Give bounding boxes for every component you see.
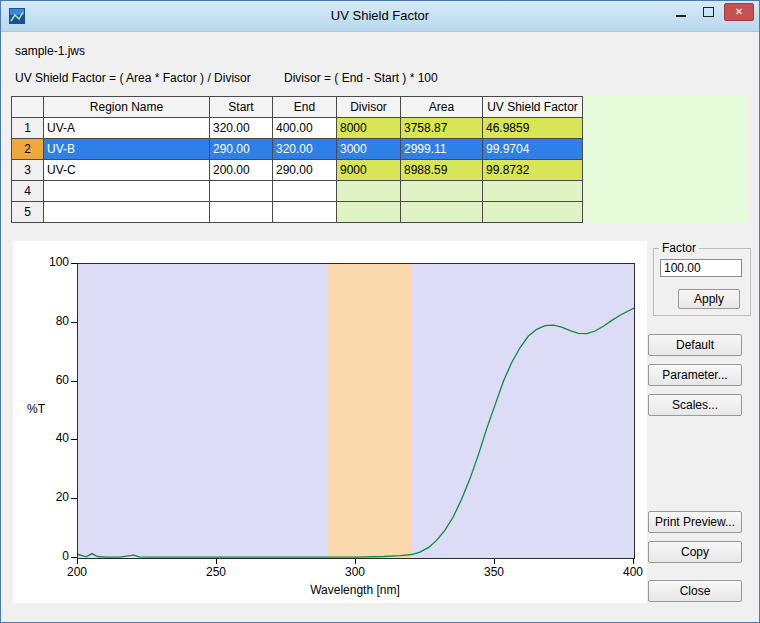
x-tick-label: 200 bbox=[60, 565, 94, 579]
print-preview-button[interactable]: Print Preview... bbox=[648, 511, 742, 533]
y-tick-mark bbox=[71, 263, 77, 264]
cell-divisor[interactable] bbox=[337, 202, 401, 223]
table-row: 3UV-C200.00290.0090008988.5999.8732 bbox=[12, 160, 583, 181]
cell-divisor[interactable]: 3000 bbox=[337, 139, 401, 160]
plot-area bbox=[77, 263, 635, 559]
column-header[interactable]: Region Name bbox=[44, 97, 210, 118]
column-header[interactable]: Area bbox=[401, 97, 483, 118]
cell-factor[interactable]: 46.9859 bbox=[483, 118, 583, 139]
minimize-button[interactable] bbox=[668, 3, 693, 21]
cell-start[interactable] bbox=[210, 181, 273, 202]
cell-end[interactable] bbox=[273, 202, 337, 223]
cell-region[interactable] bbox=[44, 202, 210, 223]
cell-area[interactable] bbox=[401, 181, 483, 202]
x-tick-label: 400 bbox=[616, 565, 650, 579]
x-tick-mark bbox=[355, 559, 356, 564]
cell-factor[interactable]: 99.8732 bbox=[483, 160, 583, 181]
x-tick-mark bbox=[216, 559, 217, 564]
close-dialog-button[interactable]: Close bbox=[648, 580, 742, 602]
cell-region[interactable]: UV-A bbox=[44, 118, 210, 139]
column-header[interactable]: End bbox=[273, 97, 337, 118]
y-tick-label: 80 bbox=[37, 314, 69, 328]
x-tick-mark bbox=[77, 559, 78, 564]
maximize-button[interactable] bbox=[696, 3, 721, 21]
x-tick-mark bbox=[494, 559, 495, 564]
y-tick-mark bbox=[71, 439, 77, 440]
y-tick-mark bbox=[71, 381, 77, 382]
cell-factor[interactable]: 99.9704 bbox=[483, 139, 583, 160]
y-tick-label: 60 bbox=[37, 373, 69, 387]
y-tick-label: 0 bbox=[37, 549, 69, 563]
x-axis-label: Wavelength [nm] bbox=[77, 583, 633, 597]
cell-start[interactable] bbox=[210, 202, 273, 223]
x-tick-label: 350 bbox=[477, 565, 511, 579]
factor-group-label: Factor bbox=[659, 241, 699, 255]
row-header[interactable]: 2 bbox=[12, 139, 44, 160]
default-button[interactable]: Default bbox=[648, 334, 742, 356]
cell-divisor[interactable] bbox=[337, 181, 401, 202]
column-header[interactable]: Divisor bbox=[337, 97, 401, 118]
scales-button[interactable]: Scales... bbox=[648, 394, 742, 416]
x-tick-label: 300 bbox=[338, 565, 372, 579]
cell-end[interactable]: 320.00 bbox=[273, 139, 337, 160]
cell-area[interactable] bbox=[401, 202, 483, 223]
y-axis-label: %T bbox=[27, 402, 45, 416]
region-table: Region NameStartEndDivisorAreaUV Shield … bbox=[11, 96, 583, 223]
cell-end[interactable] bbox=[273, 181, 337, 202]
spectrum-chart-panel: %T Wavelength [nm] 020406080100200250300… bbox=[13, 241, 647, 603]
column-header[interactable]: Start bbox=[210, 97, 273, 118]
factor-groupbox: Factor Apply bbox=[653, 248, 751, 316]
y-tick-mark bbox=[71, 498, 77, 499]
y-tick-label: 100 bbox=[37, 255, 69, 269]
y-tick-label: 40 bbox=[37, 431, 69, 445]
copy-button[interactable]: Copy bbox=[648, 541, 742, 563]
row-header[interactable]: 3 bbox=[12, 160, 44, 181]
maximize-icon bbox=[703, 7, 714, 17]
cell-factor[interactable] bbox=[483, 181, 583, 202]
y-tick-mark bbox=[71, 557, 77, 558]
window-title: UV Shield Factor bbox=[1, 8, 759, 23]
column-header[interactable] bbox=[12, 97, 44, 118]
cell-start[interactable]: 320.00 bbox=[210, 118, 273, 139]
row-header[interactable]: 1 bbox=[12, 118, 44, 139]
apply-button[interactable]: Apply bbox=[678, 289, 740, 309]
table-row: 2UV-B290.00320.0030002999.1199.9704 bbox=[12, 139, 583, 160]
caption-buttons: ✕ bbox=[668, 3, 754, 21]
cell-area[interactable]: 8988.59 bbox=[401, 160, 483, 181]
close-button[interactable]: ✕ bbox=[724, 3, 754, 21]
table-row: 5 bbox=[12, 202, 583, 223]
cell-region[interactable] bbox=[44, 181, 210, 202]
title-bar: UV Shield Factor ✕ bbox=[1, 1, 759, 32]
formula-shield-factor: UV Shield Factor = ( Area * Factor ) / D… bbox=[15, 71, 251, 85]
cell-region[interactable]: UV-C bbox=[44, 160, 210, 181]
row-header[interactable]: 5 bbox=[12, 202, 44, 223]
cell-divisor[interactable]: 8000 bbox=[337, 118, 401, 139]
row-header[interactable]: 4 bbox=[12, 181, 44, 202]
y-tick-mark bbox=[71, 322, 77, 323]
minimize-icon bbox=[676, 15, 686, 17]
parameter-button[interactable]: Parameter... bbox=[648, 364, 742, 386]
spectrum-curve bbox=[78, 264, 634, 558]
cell-end[interactable]: 290.00 bbox=[273, 160, 337, 181]
cell-end[interactable]: 400.00 bbox=[273, 118, 337, 139]
filename-label: sample-1.jws bbox=[15, 44, 85, 58]
factor-input[interactable] bbox=[660, 259, 742, 277]
uv-shield-factor-dialog: UV Shield Factor ✕ sample-1.jws UV Shiel… bbox=[0, 0, 760, 623]
formula-divisor: Divisor = ( End - Start ) * 100 bbox=[284, 71, 438, 85]
cell-start[interactable]: 290.00 bbox=[210, 139, 273, 160]
x-tick-label: 250 bbox=[199, 565, 233, 579]
close-icon: ✕ bbox=[735, 7, 743, 17]
table-row: 4 bbox=[12, 181, 583, 202]
column-header[interactable]: UV Shield Factor bbox=[483, 97, 583, 118]
cell-region[interactable]: UV-B bbox=[44, 139, 210, 160]
cell-area[interactable]: 3758.87 bbox=[401, 118, 483, 139]
cell-divisor[interactable]: 9000 bbox=[337, 160, 401, 181]
cell-factor[interactable] bbox=[483, 202, 583, 223]
cell-start[interactable]: 200.00 bbox=[210, 160, 273, 181]
table-row: 1UV-A320.00400.0080003758.8746.9859 bbox=[12, 118, 583, 139]
y-tick-label: 20 bbox=[37, 490, 69, 504]
cell-area[interactable]: 2999.11 bbox=[401, 139, 483, 160]
x-tick-mark bbox=[633, 559, 634, 564]
